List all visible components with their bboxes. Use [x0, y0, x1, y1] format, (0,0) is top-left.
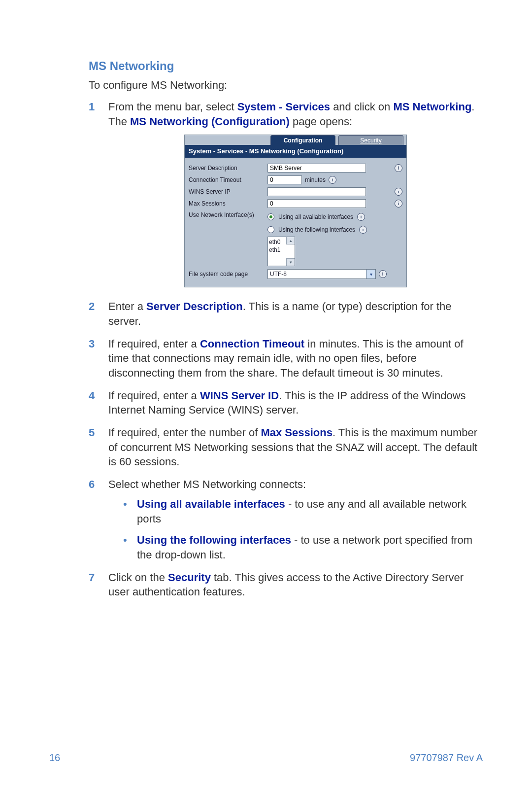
step5-bold: Max Sessions	[261, 426, 332, 439]
info-icon[interactable]: i	[395, 188, 402, 196]
step7-t1: Click on the	[108, 571, 168, 584]
select-code-page[interactable]: UTF-8 ▾	[267, 269, 376, 279]
scroll-down-icon[interactable]: ▾	[286, 258, 295, 266]
row-wins-server-ip: WINS Server IP i	[189, 187, 402, 196]
form-area: Server Description i Connection Timeout …	[185, 158, 406, 287]
step1-bold-system-services: System - Services	[237, 101, 330, 113]
step-3: If required, enter a Connection Timeout …	[89, 337, 483, 381]
bullet-all-interfaces: Using all available interfaces - to use …	[123, 497, 483, 526]
select-value: UTF-8	[268, 270, 366, 278]
config-screenshot: Configuration Security System - Services…	[184, 135, 407, 287]
info-icon[interactable]: i	[357, 213, 365, 221]
chevron-down-icon[interactable]: ▾	[366, 270, 375, 278]
step3-t1: If required, enter a	[108, 338, 200, 350]
info-icon[interactable]: i	[359, 226, 367, 234]
step1-bold-page: MS Networking (Configuration)	[130, 115, 290, 128]
step-5: If required, enter the number of Max Ses…	[89, 425, 483, 469]
step-1: From the menu bar, select System - Servi…	[89, 100, 483, 287]
bullet1-bold: Using all available interfaces	[137, 498, 285, 510]
radio-row-following[interactable]: Using the following interfaces i	[267, 226, 367, 234]
row-max-sessions: Max Sessions i	[189, 199, 402, 208]
step-2: Enter a Server Description. This is a na…	[89, 299, 483, 328]
input-wins-server-ip[interactable]	[267, 187, 366, 196]
radio-row-all[interactable]: Using all available interfaces i	[267, 213, 365, 221]
step6-t1: Select whether MS Networking connects:	[108, 478, 306, 490]
step1-text2: and click on	[330, 101, 393, 113]
label-wins-server-ip: WINS Server IP	[189, 188, 267, 196]
bullet2-bold: Using the following interfaces	[137, 534, 291, 546]
interface-listbox[interactable]: ▴ eth0 eth1 ▾	[267, 237, 295, 266]
label-use-network-interfaces: Use Network Interface(s)	[189, 211, 267, 219]
step4-bold: WINS Server ID	[200, 389, 279, 402]
page-footer: 16 97707987 Rev A	[49, 752, 483, 763]
section-title: MS Networking	[89, 59, 483, 73]
row-server-description: Server Description i	[189, 164, 402, 173]
scroll-up-icon[interactable]: ▴	[286, 237, 295, 244]
row-use-network-interfaces: Use Network Interface(s) Using all avail…	[189, 211, 402, 266]
tab-security[interactable]: Security	[338, 135, 403, 145]
radio-label-following: Using the following interfaces	[278, 226, 355, 234]
step-list: From the menu bar, select System - Servi…	[89, 100, 483, 599]
tabs-row: Configuration Security	[185, 135, 406, 145]
step7-bold: Security	[168, 571, 211, 584]
info-icon[interactable]: i	[329, 176, 336, 184]
step4-t1: If required, enter a	[108, 389, 200, 402]
input-max-sessions[interactable]	[267, 199, 366, 208]
list-item[interactable]: eth1	[269, 246, 295, 254]
input-server-description[interactable]	[267, 164, 366, 173]
info-icon[interactable]: i	[395, 164, 402, 172]
radio-all-interfaces[interactable]	[267, 213, 274, 220]
step5-t1: If required, enter the number of	[108, 426, 261, 439]
step-7: Click on the Security tab. This gives ac…	[89, 570, 483, 599]
step2-t1: Enter a	[108, 300, 146, 312]
tab-spacer	[185, 135, 270, 145]
doc-revision: 97707987 Rev A	[410, 752, 483, 763]
panel-title: System - Services - MS Networking (Confi…	[185, 145, 406, 158]
radio-following-interfaces[interactable]	[267, 226, 274, 233]
step-4: If required, enter a WINS Server ID. Thi…	[89, 388, 483, 417]
input-connection-timeout[interactable]	[267, 175, 302, 184]
info-icon[interactable]: i	[379, 270, 387, 278]
step1-text: From the menu bar, select	[108, 101, 237, 113]
step3-bold: Connection Timeout	[200, 338, 304, 350]
radio-label-all: Using all available interfaces	[278, 213, 353, 221]
info-icon[interactable]: i	[395, 200, 402, 208]
step6-bullets: Using all available interfaces - to use …	[123, 497, 483, 562]
label-code-page: File system code page	[189, 270, 267, 278]
label-max-sessions: Max Sessions	[189, 200, 267, 208]
row-connection-timeout: Connection Timeout minutes i	[189, 175, 402, 184]
step1-bold-ms-networking: MS Networking	[393, 101, 471, 113]
intro-text: To configure MS Networking:	[89, 79, 483, 92]
label-server-description: Server Description	[189, 164, 267, 172]
step2-bold: Server Description	[146, 300, 243, 312]
step-6: Select whether MS Networking connects: U…	[89, 477, 483, 562]
step1-text4: page opens:	[290, 115, 352, 128]
label-minutes: minutes	[305, 176, 326, 184]
page-number: 16	[49, 752, 60, 763]
row-code-page: File system code page UTF-8 ▾ i	[189, 269, 402, 279]
tab-configuration[interactable]: Configuration	[270, 135, 335, 145]
bullet-following-interfaces: Using the following interfaces - to use …	[123, 533, 483, 562]
label-connection-timeout: Connection Timeout	[189, 176, 267, 184]
page: MS Networking To configure MS Networking…	[0, 0, 532, 798]
